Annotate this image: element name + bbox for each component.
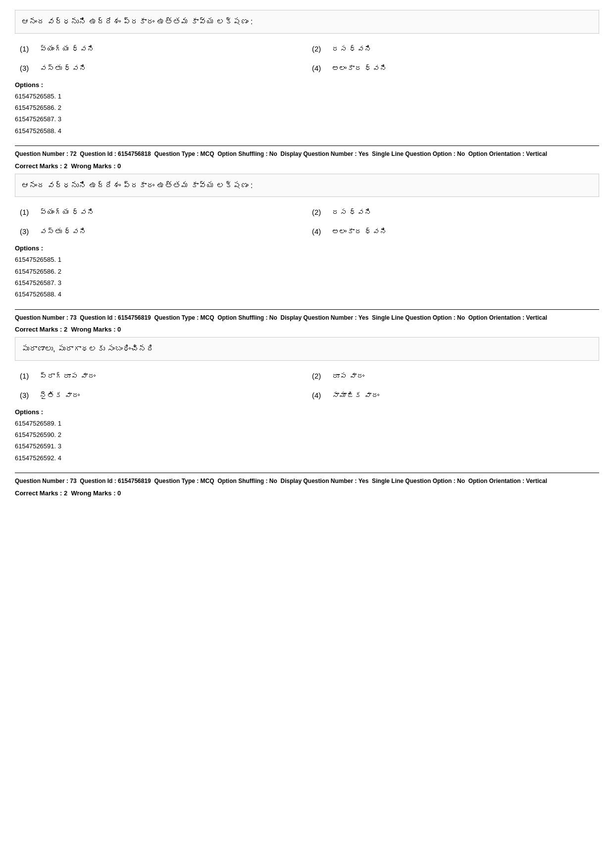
meta-line-4: Question Number : 73 Question Id : 61547… (15, 473, 599, 486)
option-3-4: (4) సామాజిక వాదం (312, 388, 594, 402)
option-id-line: 61547526591. 3 (15, 440, 599, 452)
option-text: రూప వాదం (332, 372, 364, 380)
option-id-line: 61547526587. 3 (15, 277, 599, 289)
option-1-4: (4) అలంకార ధ్వని (312, 61, 594, 75)
option-1-2: (2) రస ధ్వని (312, 42, 594, 56)
option-num: (4) (312, 64, 324, 72)
question-block-2: Question Number : 72 Question Id : 61547… (15, 145, 599, 300)
option-num: (2) (312, 372, 324, 380)
options-ids-1: 61547526585. 1 61547526586. 2 6154752658… (15, 91, 599, 137)
meta-line-3: Question Number : 73 Question Id : 61547… (15, 309, 599, 323)
options-ids-2: 61547526585. 1 61547526586. 2 6154752658… (15, 254, 599, 300)
option-2-2: (2) రస ధ్వని (312, 205, 594, 219)
option-num: (2) (312, 45, 324, 53)
options-label-1: Options : (15, 81, 599, 89)
option-2-3: (3) వస్తు ధ్వని (20, 224, 302, 239)
question-block-3: Question Number : 73 Question Id : 61547… (15, 309, 599, 464)
question-text-1: ఆనంద వర్ధనుని ఉద్దేశం ప్రకారం ఉత్తమ కావ్… (15, 10, 599, 34)
option-2-1: (1) వ్యంగ్య ధ్వని (20, 205, 302, 219)
option-text: అలంకార ధ్వని (332, 227, 387, 236)
meta-line-2: Question Number : 72 Question Id : 61547… (15, 145, 599, 159)
option-num: (3) (20, 391, 32, 399)
marks-line-2: Correct Marks : 2 Wrong Marks : 0 (15, 162, 599, 170)
options-ids-3: 61547526589. 1 61547526590. 2 6154752659… (15, 418, 599, 464)
question-block-4: Question Number : 73 Question Id : 61547… (15, 473, 599, 496)
options-grid-3: (1) ప్రాగ్రూప వాదం (2) రూప వాదం (3) నైతి… (20, 369, 594, 402)
option-id-line: 61547526587. 3 (15, 113, 599, 125)
option-text: ప్రాగ్రూప వాదం (40, 372, 96, 380)
marks-line-3: Correct Marks : 2 Wrong Marks : 0 (15, 326, 599, 333)
marks-line-4: Correct Marks : 2 Wrong Marks : 0 (15, 489, 599, 497)
option-text: రస ధ్వని (332, 208, 372, 216)
option-id-line: 61547526585. 1 (15, 254, 599, 265)
option-num: (2) (312, 208, 324, 216)
option-num: (3) (20, 64, 32, 72)
option-num: (1) (20, 372, 32, 380)
option-id-line: 61547526588. 4 (15, 289, 599, 300)
question-text-3: పురాణాలు, పురాగాథలకు సంబంధించినది (15, 337, 599, 361)
options-grid-1: (1) వ్యంగ్య ధ్వని (2) రస ధ్వని (3) వస్తు… (20, 42, 594, 75)
option-1-3: (3) వస్తు ధ్వని (20, 61, 302, 75)
option-text: వస్తు ధ్వని (40, 64, 87, 72)
option-text: వ్యంగ్య ధ్వని (40, 208, 95, 216)
option-num: (1) (20, 45, 32, 53)
option-id-line: 61547526585. 1 (15, 91, 599, 102)
option-text: వస్తు ధ్వని (40, 227, 87, 236)
option-num: (1) (20, 208, 32, 216)
question-block-1: ఆనంద వర్ధనుని ఉద్దేశం ప్రకారం ఉత్తమ కావ్… (15, 10, 599, 137)
option-num: (4) (312, 391, 324, 399)
option-2-4: (4) అలంకార ధ్వని (312, 224, 594, 239)
option-id-line: 61547526592. 4 (15, 452, 599, 464)
option-num: (4) (312, 227, 324, 236)
option-3-2: (2) రూప వాదం (312, 369, 594, 383)
option-3-3: (3) నైతిక వాదం (20, 388, 302, 402)
option-num: (3) (20, 227, 32, 236)
question-text-2: ఆనంద వర్ధనుని ఉద్దేశం ప్రకారం ఉత్తమ కావ్… (15, 174, 599, 197)
option-id-line: 61547526590. 2 (15, 429, 599, 440)
option-text: సామాజిక వాదం (332, 391, 379, 399)
option-3-1: (1) ప్రాగ్రూప వాదం (20, 369, 302, 383)
options-label-3: Options : (15, 408, 599, 416)
option-text: వ్యంగ్య ధ్వని (40, 45, 95, 53)
option-id-line: 61547526589. 1 (15, 418, 599, 429)
option-text: నైతిక వాదం (40, 391, 80, 399)
option-text: అలంకార ధ్వని (332, 64, 387, 72)
options-label-2: Options : (15, 244, 599, 252)
option-id-line: 61547526586. 2 (15, 102, 599, 113)
option-id-line: 61547526586. 2 (15, 266, 599, 277)
options-grid-2: (1) వ్యంగ్య ధ్వని (2) రస ధ్వని (3) వస్తు… (20, 205, 594, 239)
option-text: రస ధ్వని (332, 45, 372, 53)
option-1-1: (1) వ్యంగ్య ధ్వని (20, 42, 302, 56)
option-id-line: 61547526588. 4 (15, 125, 599, 137)
